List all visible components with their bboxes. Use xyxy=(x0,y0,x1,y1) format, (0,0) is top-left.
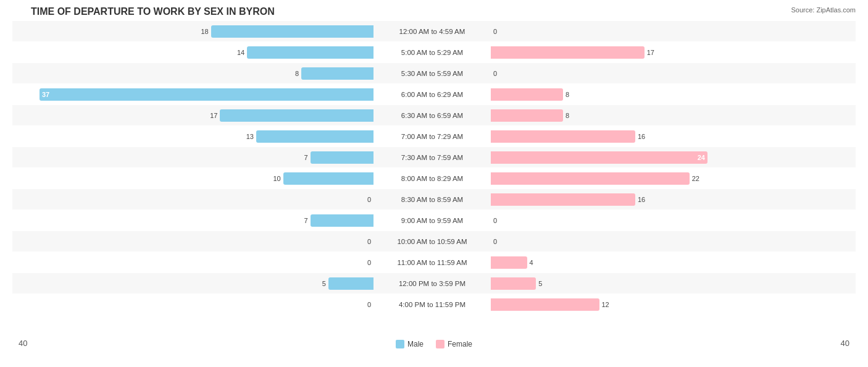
time-label: 5:30 AM to 5:59 AM xyxy=(373,70,491,77)
female-side: 0 xyxy=(491,235,856,248)
legend-male-box xyxy=(396,340,404,348)
bar-male-value: 7 xyxy=(298,154,308,161)
time-label: 4:00 PM to 11:59 PM xyxy=(373,301,491,308)
table-row: 010:00 AM to 10:59 AM0 xyxy=(12,231,856,251)
time-label: 10:00 AM to 10:59 AM xyxy=(373,238,491,245)
male-side: 18 xyxy=(12,25,373,38)
chart-container: TIME OF DEPARTURE TO WORK BY SEX IN BYRO… xyxy=(0,0,868,367)
time-label: 11:00 AM to 11:59 AM xyxy=(373,259,491,266)
time-label: 7:00 AM to 7:29 AM xyxy=(373,133,491,140)
table-row: 79:00 AM to 9:59 AM0 xyxy=(12,210,856,230)
bar-female-value: 8 xyxy=(565,112,575,119)
time-label: 9:00 AM to 9:59 AM xyxy=(373,217,491,224)
bar-male-value: 5 xyxy=(316,280,326,287)
table-row: 85:30 AM to 5:59 AM0 xyxy=(12,63,856,83)
time-label: 8:30 AM to 8:59 AM xyxy=(373,196,491,203)
bar-male-value: 17 xyxy=(207,112,217,119)
bar-male-value: 7 xyxy=(298,217,308,224)
legend-female-box xyxy=(436,340,444,348)
bar-male xyxy=(301,67,373,80)
bar-male-value: 0 xyxy=(361,196,371,203)
table-row: 1812:00 AM to 4:59 AM0 xyxy=(12,21,856,41)
bar-male-value: 13 xyxy=(244,133,254,140)
legend: Male Female xyxy=(396,340,472,348)
bar-female-value: 16 xyxy=(638,196,648,203)
bar-female xyxy=(491,46,645,59)
table-row: 04:00 PM to 11:59 PM12 xyxy=(12,294,856,314)
female-side: 8 xyxy=(491,88,856,101)
bar-female-value: 0 xyxy=(493,217,503,224)
table-row: 145:00 AM to 5:29 AM17 xyxy=(12,42,856,62)
bar-female-value: 22 xyxy=(692,175,702,182)
male-side: 37 xyxy=(12,88,373,101)
bar-male-value: 18 xyxy=(199,28,209,35)
male-side: 7 xyxy=(12,151,373,164)
bar-female-value: 0 xyxy=(493,28,503,35)
bar-male xyxy=(283,172,373,185)
bar-male-value: 8 xyxy=(289,70,299,77)
axis-left-label: 40 xyxy=(19,339,27,348)
bar-female-value: 24 xyxy=(698,154,707,161)
bar-male-value: 0 xyxy=(361,238,371,245)
female-side: 12 xyxy=(491,298,856,311)
time-label: 7:30 AM to 7:59 AM xyxy=(373,154,491,161)
bar-female-value: 5 xyxy=(538,280,548,287)
table-row: 08:30 AM to 8:59 AM16 xyxy=(12,189,856,209)
table-row: 011:00 AM to 11:59 AM4 xyxy=(12,252,856,272)
female-side: 0 xyxy=(491,214,856,227)
bar-male xyxy=(328,277,373,290)
female-side: 4 xyxy=(491,256,856,269)
male-side: 17 xyxy=(12,109,373,122)
axis-right-label: 40 xyxy=(841,339,849,348)
bar-female xyxy=(491,298,599,311)
bar-female xyxy=(491,130,635,143)
bar-male xyxy=(256,130,373,143)
table-row: 108:00 AM to 8:29 AM22 xyxy=(12,168,856,188)
bar-male-value: 14 xyxy=(235,49,244,56)
bar-male xyxy=(247,46,373,59)
female-side: 16 xyxy=(491,130,856,143)
bar-female-value: 0 xyxy=(493,238,503,245)
male-side: 13 xyxy=(12,130,373,143)
chart-title: TIME OF DEPARTURE TO WORK BY SEX IN BYRO… xyxy=(12,6,856,17)
table-row: 376:00 AM to 6:29 AM8 xyxy=(12,84,856,104)
male-side: 5 xyxy=(12,277,373,290)
bar-female: 24 xyxy=(491,151,707,164)
table-row: 77:30 AM to 7:59 AM24 xyxy=(12,147,856,167)
female-side: 5 xyxy=(491,277,856,290)
bar-male-value: 0 xyxy=(361,259,371,266)
bar-female xyxy=(491,172,690,185)
time-label: 5:00 AM to 5:29 AM xyxy=(373,49,491,56)
bar-male-value: 37 xyxy=(40,91,49,98)
male-side: 0 xyxy=(12,298,373,311)
table-row: 512:00 PM to 3:59 PM5 xyxy=(12,273,856,293)
bar-male xyxy=(311,214,373,227)
female-side: 0 xyxy=(491,67,856,80)
bar-female-value: 16 xyxy=(638,133,648,140)
table-row: 137:00 AM to 7:29 AM16 xyxy=(12,126,856,146)
bar-female xyxy=(491,193,635,206)
legend-male: Male xyxy=(396,340,424,348)
legend-male-label: Male xyxy=(407,340,424,348)
table-row: 176:30 AM to 6:59 AM8 xyxy=(12,105,856,125)
bar-female xyxy=(491,277,536,290)
bar-female-value: 4 xyxy=(530,259,540,266)
time-label: 6:00 AM to 6:29 AM xyxy=(373,91,491,98)
bar-female-value: 12 xyxy=(602,301,612,308)
bar-male: 37 xyxy=(40,88,373,101)
bar-female-value: 0 xyxy=(493,70,503,77)
time-label: 12:00 AM to 4:59 AM xyxy=(373,28,491,35)
legend-female: Female xyxy=(436,340,472,348)
bar-male xyxy=(211,25,373,38)
bar-male-value: 10 xyxy=(271,175,281,182)
female-side: 8 xyxy=(491,109,856,122)
bar-female xyxy=(491,88,563,101)
female-side: 24 xyxy=(491,151,856,164)
female-side: 16 xyxy=(491,193,856,206)
bar-female xyxy=(491,109,563,122)
male-side: 8 xyxy=(12,67,373,80)
male-side: 0 xyxy=(12,256,373,269)
bar-female-value: 8 xyxy=(565,91,575,98)
bar-male xyxy=(311,151,373,164)
time-label: 8:00 AM to 8:29 AM xyxy=(373,175,491,182)
